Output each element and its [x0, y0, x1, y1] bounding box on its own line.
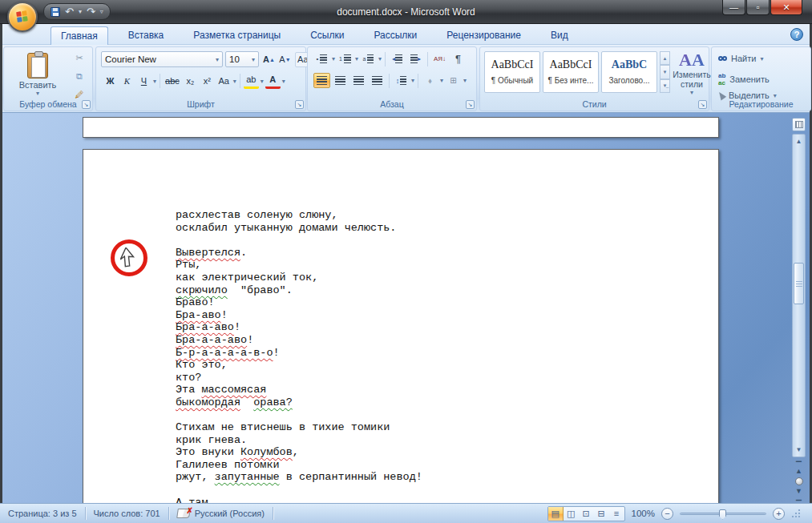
grow-font-button[interactable]: А▲ — [261, 52, 277, 67]
clipboard-icon — [27, 53, 48, 78]
strikethrough-button[interactable]: abc — [164, 74, 181, 89]
sort-button[interactable]: АЯ↓ — [431, 51, 448, 66]
scroll-down-icon[interactable]: ▼ — [793, 444, 805, 456]
scroll-up-icon[interactable]: ▲ — [793, 135, 805, 147]
title-bar: document.docx - Microsoft Word ↶▾ ↷ ▿ — … — [0, 0, 812, 24]
previous-page-bottom[interactable] — [83, 117, 719, 138]
draft-view-button[interactable]: ≡ — [609, 507, 624, 521]
close-button[interactable]: ✕ — [770, 0, 802, 15]
document-line: Галилеев потомки — [176, 459, 422, 472]
font-name-combo[interactable]: Courier New▾ — [101, 51, 223, 67]
paragraph-dialog-launcher[interactable]: ↘ — [466, 100, 475, 109]
document-page[interactable]: расхлестав соленую слюну,осклабил утыкан… — [83, 149, 719, 503]
resize-grip[interactable] — [791, 509, 801, 518]
clipboard-dialog-launcher[interactable]: ↘ — [82, 100, 91, 109]
multilevel-dropdown-icon[interactable]: ▾ — [378, 55, 382, 62]
style-normal[interactable]: AaBbCcI ¶ Обычный — [484, 51, 540, 93]
copy-button[interactable]: ⧉ — [71, 69, 87, 83]
select-browse-object-button[interactable] — [795, 477, 803, 485]
bold-button[interactable]: Ж — [103, 74, 118, 89]
scrollbar-thumb[interactable] — [794, 263, 804, 304]
scrollbar-track[interactable]: ▲ ▼ — [792, 134, 806, 457]
tab-review[interactable]: Рецензирование — [437, 26, 531, 45]
next-page-button[interactable]: ▼▁ — [795, 489, 802, 500]
minimize-button[interactable]: — — [722, 0, 745, 15]
highlight-dropdown-icon[interactable]: ▾ — [261, 78, 264, 85]
highlight-button[interactable]: ab — [244, 74, 259, 89]
numbering-button[interactable]: 1 — [337, 51, 353, 66]
outline-view-button[interactable]: ⊟ — [594, 507, 609, 521]
line-spacing-button[interactable]: ↕ — [393, 73, 410, 88]
ruler-toggle-button[interactable] — [792, 118, 806, 131]
shading-dropdown-icon[interactable]: ▾ — [440, 77, 443, 84]
undo-button[interactable]: ↶ — [65, 6, 74, 17]
font-color-button[interactable]: А — [265, 74, 281, 89]
office-button[interactable] — [7, 2, 38, 32]
styles-scroll-down-icon[interactable]: ▼ — [660, 65, 670, 78]
paste-button[interactable]: Вставить ▾ — [15, 50, 60, 100]
tab-insert[interactable]: Вставка — [119, 26, 174, 45]
replace-button[interactable]: abac Заменить — [718, 72, 770, 86]
print-layout-view-button[interactable]: ▤ — [548, 507, 564, 521]
style-heading1[interactable]: AaBbC Заголово... — [601, 51, 657, 93]
line-spacing-dropdown-icon[interactable]: ▾ — [411, 77, 414, 84]
qat-customize-icon[interactable]: ▿ — [100, 8, 103, 15]
align-right-button[interactable] — [350, 73, 367, 88]
shading-button[interactable]: ⬧ — [422, 73, 438, 88]
redo-button[interactable]: ↷ — [87, 6, 95, 17]
zoom-slider-thumb[interactable] — [719, 509, 726, 520]
find-button[interactable]: Найти▾ — [718, 54, 763, 63]
font-dialog-launcher[interactable]: ↘ — [295, 100, 304, 109]
web-layout-view-button[interactable]: ⊡ — [579, 507, 594, 521]
tab-home[interactable]: Главная — [50, 26, 108, 45]
styles-more-icon[interactable]: ▼̲ — [660, 79, 670, 93]
previous-page-button[interactable]: ▔▲ — [795, 463, 802, 474]
proofing-status[interactable]: ✗ Русский (Россия) — [169, 506, 273, 521]
bullets-button[interactable]: • — [313, 51, 330, 66]
save-icon[interactable] — [50, 7, 60, 17]
italic-button[interactable]: К — [119, 74, 135, 89]
font-color-dropdown-icon[interactable]: ▾ — [282, 78, 285, 85]
zoom-in-button[interactable]: + — [773, 508, 785, 520]
multilevel-list-button[interactable]: a — [360, 51, 377, 66]
zoom-out-button[interactable]: − — [661, 508, 673, 520]
zoom-level[interactable]: 100% — [632, 509, 655, 518]
tab-mailings[interactable]: Рассылки — [364, 26, 426, 45]
tab-references[interactable]: Ссылки — [301, 26, 353, 45]
change-styles-button[interactable]: АА Изменить стили ▾ — [676, 50, 708, 100]
decrease-indent-button[interactable]: ◂ — [389, 51, 406, 66]
superscript-button[interactable]: x² — [200, 74, 215, 89]
change-case-dropdown-icon[interactable]: ▾ — [233, 78, 236, 85]
subscript-button[interactable]: x₂ — [183, 74, 198, 89]
justify-button[interactable] — [369, 73, 386, 88]
restore-button[interactable]: ▫ — [746, 0, 770, 15]
undo-dropdown-icon[interactable]: ▾ — [79, 8, 82, 15]
fullscreen-reading-view-button[interactable]: ◫ — [564, 507, 579, 521]
help-icon[interactable]: ? — [790, 28, 803, 41]
underline-dropdown-icon[interactable]: ▾ — [153, 78, 156, 85]
style-no-spacing[interactable]: AaBbCcI ¶ Без инте... — [543, 51, 599, 93]
align-center-button[interactable] — [332, 73, 349, 88]
increase-indent-button[interactable]: ▸ — [407, 51, 424, 66]
shrink-font-button[interactable]: А▼ — [277, 52, 293, 67]
numbering-dropdown-icon[interactable]: ▾ — [355, 55, 358, 62]
document-line: Браво! — [176, 296, 422, 309]
change-case-button[interactable]: Aa — [216, 74, 232, 89]
tab-view[interactable]: Вид — [541, 26, 578, 45]
borders-dropdown-icon[interactable]: ▾ — [463, 77, 467, 84]
styles-scroll-up-icon[interactable]: ▲ — [660, 51, 670, 65]
tab-page-layout[interactable]: Разметка страницы — [184, 26, 290, 45]
font-size-combo[interactable]: 10▾ — [225, 51, 259, 67]
page-indicator[interactable]: Страница: 3 из 5 — [0, 506, 85, 521]
align-left-button[interactable] — [313, 73, 330, 88]
bullets-dropdown-icon[interactable]: ▾ — [332, 55, 335, 62]
underline-button[interactable]: Ч — [136, 74, 151, 89]
cut-button[interactable]: ✂ — [71, 50, 87, 65]
show-marks-button[interactable]: ¶ — [450, 51, 467, 66]
zoom-slider[interactable] — [680, 513, 766, 515]
word-count[interactable]: Число слов: 701 — [86, 506, 168, 521]
paste-dropdown-icon[interactable]: ▾ — [36, 90, 39, 97]
styles-dialog-launcher[interactable]: ↘ — [698, 100, 707, 109]
borders-button[interactable]: ⊞ — [445, 73, 462, 88]
document-text[interactable]: расхлестав соленую слюну,осклабил утыкан… — [176, 209, 422, 503]
